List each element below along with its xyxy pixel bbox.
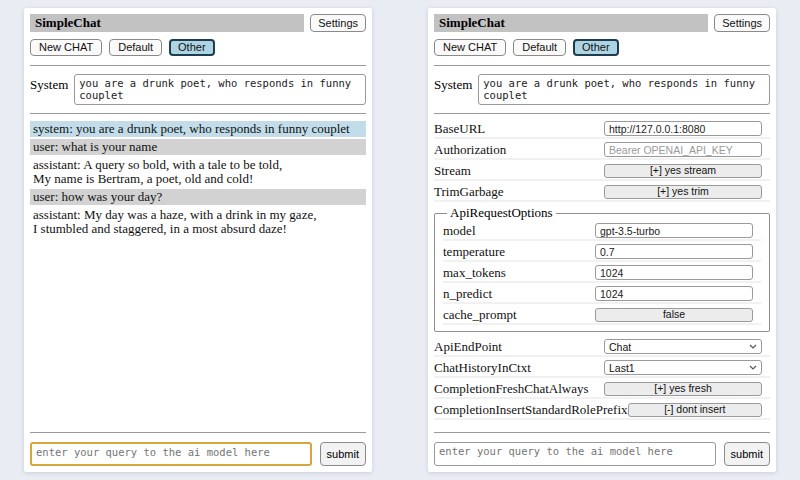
message-role: system <box>33 121 76 136</box>
session-tab-other[interactable]: Other <box>573 39 619 56</box>
setting-label: n_predict <box>443 286 595 302</box>
api-endpoint-select[interactable]: Chat <box>604 339 762 354</box>
trim-garbage-toggle-button[interactable]: [+] yes trim <box>604 185 762 199</box>
query-input[interactable] <box>434 442 716 466</box>
setting-row-chathistoryinctxt: ChatHistoryInCtxt Last1 <box>434 359 770 378</box>
setting-label: CompletionFreshChatAlways <box>434 381 604 397</box>
setting-label: model <box>443 223 595 239</box>
setting-label: temperature <box>443 244 595 260</box>
message-role: user <box>33 139 62 154</box>
separator <box>434 65 770 66</box>
completion-insert-role-prefix-toggle-button[interactable]: [-] dont insert <box>628 403 762 417</box>
two-view-stage: SimpleChat Settings New CHAT Default Oth… <box>0 0 800 480</box>
new-chat-button[interactable]: New CHAT <box>30 39 102 56</box>
chat-message-user: userhow was your day? <box>30 189 366 205</box>
setting-label: ApiEndPoint <box>434 339 604 355</box>
setting-row-temperature: temperature <box>443 243 761 262</box>
setting-label: Stream <box>434 163 604 179</box>
app-title: SimpleChat <box>35 15 101 30</box>
base-url-input[interactable] <box>604 121 762 136</box>
settings-view-panel: SimpleChat Settings New CHAT Default Oth… <box>428 8 776 472</box>
app-title-bar: SimpleChat <box>434 14 708 32</box>
settings-button[interactable]: Settings <box>310 14 366 32</box>
title-bar: SimpleChat Settings <box>30 14 366 32</box>
chat-history-in-ctxt-select[interactable]: Last1 <box>604 360 762 375</box>
query-input[interactable] <box>30 442 312 466</box>
session-tab-other[interactable]: Other <box>169 39 215 56</box>
message-role: user <box>33 189 62 204</box>
message-role: assistant <box>33 157 83 172</box>
selected-option: Chat <box>609 341 631 353</box>
chat-message-user: userwhat is your name <box>30 139 366 155</box>
fieldset-legend: ApiRequestOptions <box>447 205 556 221</box>
chat-message-assistant: assistantA query so bold, with a tale to… <box>30 157 366 187</box>
authorization-input[interactable] <box>604 142 762 157</box>
session-tab-default[interactable]: Default <box>513 39 566 56</box>
message-text: you are a drunk poet, who responds in fu… <box>76 121 350 136</box>
setting-row-completioninsertstandardroleprefix: CompletionInsertStandardRolePrefix [-] d… <box>434 401 770 420</box>
setting-row-trimgarbage: TrimGarbage [+] yes trim <box>434 183 770 202</box>
setting-label: BaseURL <box>434 121 604 137</box>
setting-label: cache_prompt <box>443 307 595 323</box>
message-role: assistant <box>33 207 84 222</box>
temperature-input[interactable] <box>595 244 753 259</box>
chat-message-system: systemyou are a drunk poet, who responds… <box>30 121 366 137</box>
separator <box>30 113 366 114</box>
system-prompt-input[interactable]: you are a drunk poet, who responds in fu… <box>478 74 770 105</box>
separator <box>30 65 366 66</box>
setting-row-cache-prompt: cache_prompt false <box>443 306 761 325</box>
n-predict-input[interactable] <box>595 286 753 301</box>
max-tokens-input[interactable] <box>595 265 753 280</box>
chevron-down-icon <box>749 344 757 349</box>
settings-button[interactable]: Settings <box>714 14 770 32</box>
session-tab-default[interactable]: Default <box>109 39 162 56</box>
setting-row-completionfreshchatalways: CompletionFreshChatAlways [+] yes fresh <box>434 380 770 399</box>
setting-label: Authorization <box>434 142 604 158</box>
chat-message-list: systemyou are a drunk poet, who responds… <box>30 118 366 428</box>
selected-option: Last1 <box>609 362 635 374</box>
separator <box>434 113 770 114</box>
model-input[interactable] <box>595 223 753 238</box>
setting-row-n-predict: n_predict <box>443 285 761 304</box>
system-prompt-row: System you are a drunk poet, who respond… <box>434 74 770 105</box>
session-buttons: New CHAT Default Other <box>30 39 366 56</box>
session-buttons: New CHAT Default Other <box>434 39 770 56</box>
app-title-bar: SimpleChat <box>30 14 304 32</box>
system-prompt-input[interactable]: you are a drunk poet, who responds in fu… <box>74 74 366 105</box>
api-request-options-fieldset: ApiRequestOptions model temperature max_… <box>434 205 770 332</box>
setting-row-apiendpoint: ApiEndPoint Chat <box>434 338 770 357</box>
setting-row-stream: Stream [+] yes stream <box>434 162 770 181</box>
submit-button[interactable]: submit <box>724 442 770 466</box>
setting-row-max-tokens: max_tokens <box>443 264 761 283</box>
query-row: submit <box>30 442 366 466</box>
app-title: SimpleChat <box>439 15 505 30</box>
title-bar: SimpleChat Settings <box>434 14 770 32</box>
stream-toggle-button[interactable]: [+] yes stream <box>604 164 762 178</box>
setting-label: ChatHistoryInCtxt <box>434 360 604 376</box>
separator <box>434 432 770 433</box>
completion-fresh-chat-toggle-button[interactable]: [+] yes fresh <box>604 382 762 396</box>
setting-label: max_tokens <box>443 265 595 281</box>
message-text: how was your day? <box>62 189 163 204</box>
cache-prompt-toggle-button[interactable]: false <box>595 308 753 322</box>
separator <box>30 432 366 433</box>
setting-row-baseurl: BaseURL <box>434 120 770 139</box>
setting-label: TrimGarbage <box>434 184 604 200</box>
setting-label: CompletionInsertStandardRolePrefix <box>434 402 628 418</box>
submit-button[interactable]: submit <box>320 442 366 466</box>
system-label: System <box>434 74 472 93</box>
system-prompt-row: System you are a drunk poet, who respond… <box>30 74 366 105</box>
system-label: System <box>30 74 68 93</box>
query-row: submit <box>434 442 770 466</box>
setting-row-authorization: Authorization <box>434 141 770 160</box>
chat-view-panel: SimpleChat Settings New CHAT Default Oth… <box>24 8 372 472</box>
message-text: what is your name <box>62 139 158 154</box>
settings-list: BaseURL Authorization Stream [+] yes str… <box>434 118 770 428</box>
chat-message-assistant: assistantMy day was a haze, with a drink… <box>30 207 366 237</box>
new-chat-button[interactable]: New CHAT <box>434 39 506 56</box>
chevron-down-icon <box>749 365 757 370</box>
setting-row-model: model <box>443 222 761 241</box>
